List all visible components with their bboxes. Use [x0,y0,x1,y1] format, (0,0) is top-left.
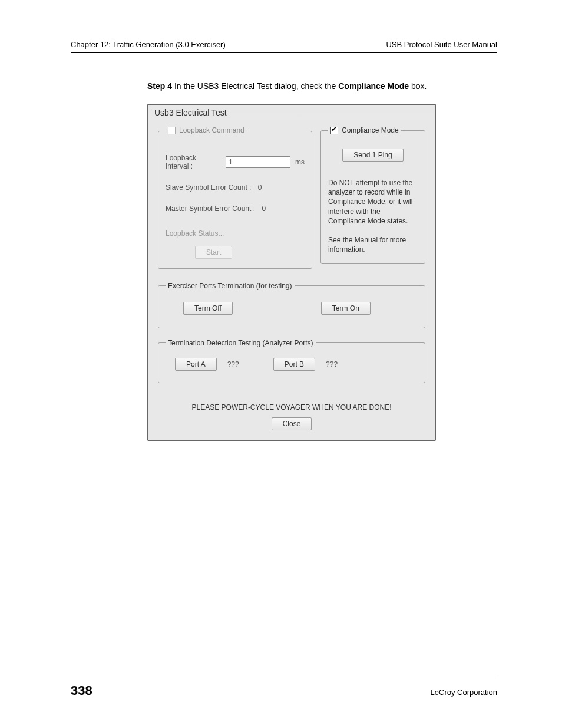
termination-legend: Exerciser Ports Termination (for testing… [166,282,295,290]
slave-error-value: 0 [258,183,262,192]
compliance-mode-checkbox[interactable]: Compliance Mode [330,126,399,134]
port-b-value: ??? [326,360,338,368]
termination-detection-group: Termination Detection Testing (Analyzer … [158,339,425,383]
page-footer: 338 LeCroy Corporation [71,677,497,699]
compliance-legend-label: Compliance Mode [342,126,399,134]
term-on-button[interactable]: Term On [321,302,371,315]
master-error-row: Master Symbol Error Count : 0 [166,205,305,213]
compliance-warning-1: Do NOT attempt to use the analyzer to re… [328,178,418,226]
compliance-warning-2: See the Manual for more information. [328,235,418,254]
detection-legend: Termination Detection Testing (Analyzer … [166,339,316,347]
send-ping-button[interactable]: Send 1 Ping [342,149,403,162]
step-instruction: Step 4 In the USB3 Electrical Test dialo… [147,81,497,91]
usb3-electrical-test-dialog: Usb3 Electrical Test Loopback Command Lo… [147,104,436,441]
loopback-command-checkbox[interactable]: Loopback Command [168,126,244,134]
port-b-button[interactable]: Port B [273,358,315,371]
slave-error-row: Slave Symbol Error Count : 0 [166,183,305,192]
close-button[interactable]: Close [272,417,312,430]
loopback-interval-label: Loopback Interval : [166,154,221,170]
step-text-2: box. [409,81,427,91]
loopback-interval-input[interactable] [226,156,290,168]
master-error-label: Master Symbol Error Count : [166,205,255,213]
start-button[interactable]: Start [195,246,232,259]
compliance-mode-group: Compliance Mode Send 1 Ping Do NOT attem… [320,126,425,264]
term-off-button[interactable]: Term Off [183,302,233,315]
header-right: USB Protocol Suite User Manual [386,40,497,49]
step-text-1: In the USB3 Electrical Test dialog, chec… [172,81,338,91]
dialog-title: Usb3 Electrical Test [148,105,435,120]
master-error-value: 0 [262,205,266,213]
page-header: Chapter 12: Traffic Generation (3.0 Exer… [71,40,497,53]
checkbox-checked-icon [330,127,338,134]
exerciser-ports-termination-group: Exerciser Ports Termination (for testing… [158,282,425,328]
loopback-status: Loopback Status... [166,229,305,238]
checkbox-icon [168,127,176,134]
loopback-command-group: Loopback Command Loopback Interval : ms … [158,126,312,269]
page-number: 338 [71,683,92,699]
step-bold: Compliance Mode [338,81,409,91]
step-label: Step 4 [147,81,172,91]
power-cycle-message: PLEASE POWER-CYCLE VOYAGER WHEN YOU ARE … [158,403,425,411]
header-left: Chapter 12: Traffic Generation (3.0 Exer… [71,40,226,49]
footer-corp: LeCroy Corporation [431,688,497,697]
port-a-value: ??? [227,360,239,368]
loopback-legend-label: Loopback Command [179,126,244,134]
port-a-button[interactable]: Port A [175,358,217,371]
slave-error-label: Slave Symbol Error Count : [166,183,251,192]
loopback-interval-unit: ms [295,158,305,166]
